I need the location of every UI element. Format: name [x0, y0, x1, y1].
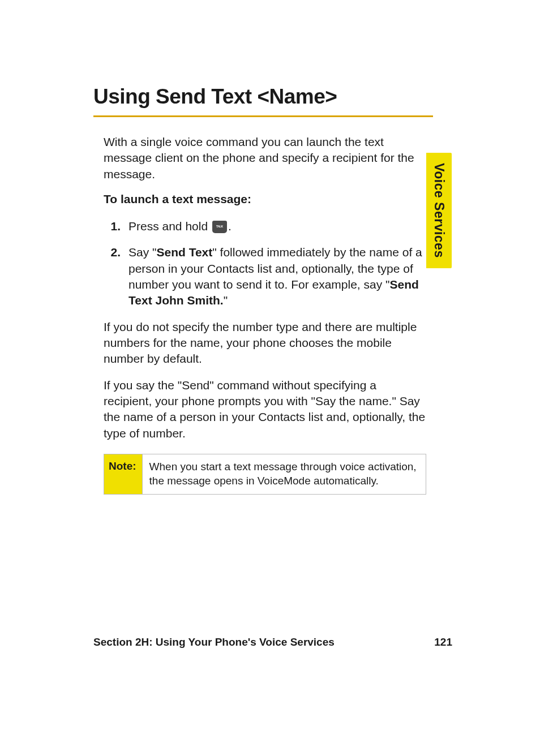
step2-b1: Send Text	[156, 246, 212, 259]
paragraph-default-mobile: If you do not specify the number type an…	[104, 319, 426, 367]
step2-t1: Say "	[128, 246, 156, 259]
subheading-launch: To launch a text message:	[104, 192, 426, 206]
step-2: 2. Say "Send Text" followed immediately …	[104, 244, 426, 308]
step-number: 2.	[104, 244, 128, 260]
step1-post-text: .	[228, 220, 232, 233]
footer-page-number: 121	[434, 636, 452, 648]
page-footer: Section 2H: Using Your Phone's Voice Ser…	[93, 636, 452, 648]
paragraph-say-name: If you say the "Send" command without sp…	[104, 377, 426, 441]
page-container: Voice Services Using Send Text <Name> Wi…	[0, 0, 540, 756]
step-body: Say "Send Text" followed immediately by …	[128, 244, 426, 308]
footer-section-label: Section 2H: Using Your Phone's Voice Ser…	[93, 636, 335, 648]
steps-list: 1. Press and hold . 2. Say "Send Text" f…	[104, 218, 426, 309]
heading-rule	[93, 115, 433, 117]
step2-t3: "	[224, 294, 228, 307]
note-box: Note: When you start a text message thro…	[104, 454, 426, 494]
note-text: When you start a text message through vo…	[143, 454, 426, 493]
step-1: 1. Press and hold .	[104, 218, 426, 234]
talk-key-icon	[212, 221, 227, 233]
intro-paragraph: With a single voice command you can laun…	[104, 134, 426, 182]
step-number: 1.	[104, 218, 128, 234]
step1-pre-text: Press and hold	[128, 220, 211, 233]
side-tab-voice-services: Voice Services	[426, 153, 452, 268]
step-body: Press and hold .	[128, 218, 426, 234]
content-area: With a single voice command you can laun…	[104, 134, 426, 495]
page-heading: Using Send Text <Name>	[93, 85, 489, 109]
note-label: Note:	[104, 454, 143, 493]
